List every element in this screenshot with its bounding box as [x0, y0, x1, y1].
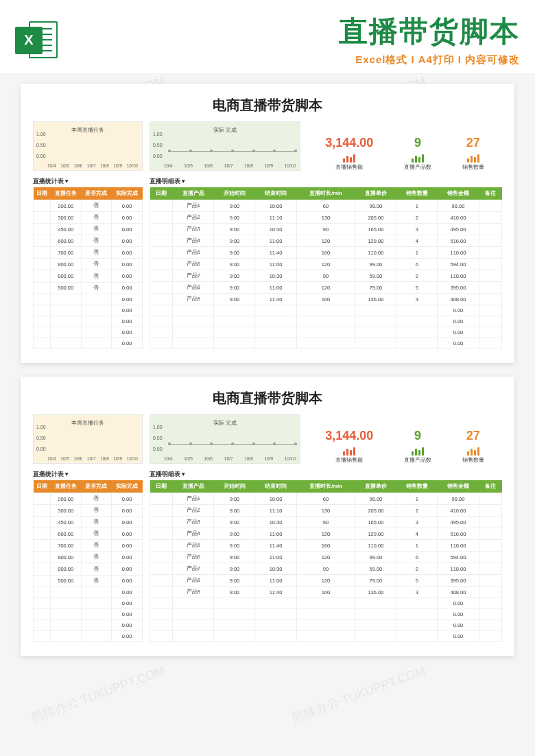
detail-table: 日期直播产品开始时间结束时间直播时长/min直播单价销售数量销售金额备注产品19…: [150, 480, 502, 642]
table-row: 产品99:0011:40160136.003408.00: [150, 294, 502, 305]
table-row: 0.00: [150, 316, 502, 327]
page-title: 电商直播带货脚本: [33, 389, 502, 407]
table-row: 产品39:0010:3090165.003495.00: [150, 517, 502, 528]
table-header: 直播时长/min: [296, 480, 355, 493]
table-row: 0.00: [34, 598, 143, 609]
table-header: 开始时间: [214, 480, 255, 493]
stats-panel: 3,144.00直播销售额9直播产品数27销售数量: [307, 121, 502, 171]
table-row: 700.00否0.00: [34, 247, 143, 259]
table-row: 产品59:0011:40160110.001110.00: [150, 540, 502, 552]
table-row: 0.00: [34, 338, 143, 349]
table-header: 直播任务: [50, 187, 81, 200]
table-row: 产品89:0011:0012079.005395.00: [150, 575, 502, 587]
page-title: 电商直播带货脚本: [33, 96, 502, 115]
table-row: 产品49:0011:00120129.004516.00: [150, 235, 502, 247]
actual-chart: 实际 完成1.000.500.0010/410/510/610/710/810/…: [150, 121, 300, 171]
table-header: 实际完成: [112, 187, 143, 200]
table-row: 200.00否0.00: [34, 493, 143, 505]
table-row: 800.00否0.00: [34, 552, 143, 563]
table-row: 产品29:0011:10130205.002410.00: [150, 505, 502, 517]
table-row: 产品39:0010:3090165.003495.00: [150, 224, 502, 235]
task-chart: 本周直播任务1.000.500.0010/410/510/610/710/810…: [33, 121, 143, 171]
excel-icon: X: [15, 19, 58, 61]
table-header: 日期: [34, 480, 51, 493]
table-row: 200.00否0.00: [34, 200, 143, 212]
table-header: 备注: [479, 480, 501, 493]
table-row: 450.00否0.00: [34, 517, 143, 528]
table-row: 产品29:0011:10130205.002410.00: [150, 212, 502, 224]
stat-card: 3,144.00直播销售额: [325, 136, 373, 171]
table-row: 300.00否0.00: [34, 505, 143, 517]
table-header: 日期: [150, 480, 173, 493]
table-header: 是否完成: [81, 187, 112, 200]
table-row: 0.00: [34, 294, 143, 305]
table-row: 产品79:0010:309059.002118.00: [150, 270, 502, 282]
template-page-2: 电商直播带货脚本本周直播任务1.000.500.0010/410/510/610…: [21, 377, 514, 656]
table-row: 0.00: [150, 598, 502, 609]
table-row: 产品79:0010:309059.002118.00: [150, 563, 502, 575]
table-header: 实际完成: [112, 480, 143, 493]
table-row: 500.00否0.00: [34, 282, 143, 294]
section-label-left: 直播统计表▼: [33, 178, 143, 186]
table-row: 产品89:0011:0012079.005395.00: [150, 282, 502, 294]
table-row: 产品19:0010:006098.00198.00: [150, 200, 502, 212]
table-header: 是否完成: [81, 480, 112, 493]
table-row: 0.00: [34, 305, 143, 316]
table-header: 直播时长/min: [296, 187, 355, 200]
table-row: 0.00: [150, 620, 502, 631]
table-row: 产品69:0011:0012099.006594.00: [150, 552, 502, 563]
section-label-right: 直播明细表▼: [150, 178, 502, 186]
template-page-1: 电商直播带货脚本本周直播任务1.000.500.0010/410/510/610…: [21, 84, 514, 363]
stats-table: 日期直播任务是否完成实际完成200.00否0.00300.00否0.00450.…: [33, 480, 143, 642]
stat-card: 9直播产品数: [404, 136, 431, 171]
table-header: 结束时间: [255, 480, 296, 493]
bar-chart-icon: [342, 446, 356, 456]
subtitle: Excel格式IA4打印I内容可修改: [355, 54, 520, 67]
stat-card: 3,144.00直播销售额: [325, 429, 373, 464]
table-row: 0.00: [150, 631, 502, 642]
section-label-left: 直播统计表▼: [33, 471, 143, 479]
table-header: 开始时间: [214, 187, 255, 200]
stats-table: 日期直播任务是否完成实际完成200.00否0.00300.00否0.00450.…: [33, 187, 143, 349]
table-row: 产品59:0011:40160110.001110.00: [150, 247, 502, 259]
table-header: 销售数量: [396, 480, 438, 493]
table-row: 产品49:0011:00120129.004516.00: [150, 528, 502, 540]
table-row: 800.00否0.00: [34, 259, 143, 270]
table-row: 800.00否0.00: [34, 563, 143, 575]
stat-card: 27销售数量: [462, 429, 484, 464]
table-row: 800.00否0.00: [34, 270, 143, 282]
table-row: 700.00否0.00: [34, 540, 143, 552]
table-row: 0.00: [150, 338, 502, 349]
table-row: 0.00: [150, 305, 502, 316]
pages-container: 电商直播带货脚本本周直播任务1.000.500.0010/410/510/610…: [0, 74, 535, 665]
table-row: 0.00: [150, 327, 502, 338]
table-row: 0.00: [34, 316, 143, 327]
table-header: 备注: [479, 187, 501, 200]
table-row: 0.00: [150, 609, 502, 620]
section-label-right: 直播明细表▼: [150, 471, 502, 479]
table-header: 日期: [150, 187, 173, 200]
table-row: 0.00: [34, 587, 143, 598]
stat-card: 9直播产品数: [404, 429, 431, 464]
table-header: 结束时间: [255, 187, 296, 200]
main-title: 直播带货脚本: [339, 12, 520, 51]
table-header: 销售金额: [438, 187, 479, 200]
table-row: 450.00否0.00: [34, 224, 143, 235]
detail-table: 日期直播产品开始时间结束时间直播时长/min直播单价销售数量销售金额备注产品19…: [150, 187, 502, 349]
bar-chart-icon: [466, 446, 480, 456]
table-row: 产品69:0011:0012099.006594.00: [150, 259, 502, 270]
table-row: 产品99:0011:40160136.003408.00: [150, 587, 502, 598]
bar-chart-icon: [411, 153, 425, 163]
table-row: 300.00否0.00: [34, 212, 143, 224]
stat-card: 27销售数量: [462, 136, 484, 171]
table-row: 0.00: [34, 630, 143, 641]
table-row: 600.00否0.00: [34, 528, 143, 540]
actual-chart: 实际 完成1.000.500.0010/410/510/610/710/810/…: [150, 414, 300, 464]
bar-chart-icon: [411, 446, 425, 456]
bar-chart-icon: [466, 153, 480, 163]
table-header: 销售金额: [438, 480, 479, 493]
table-header: 日期: [34, 187, 51, 200]
table-header: 直播产品: [173, 480, 214, 493]
table-header: 直播单价: [355, 480, 396, 493]
table-header: 销售数量: [396, 187, 438, 200]
